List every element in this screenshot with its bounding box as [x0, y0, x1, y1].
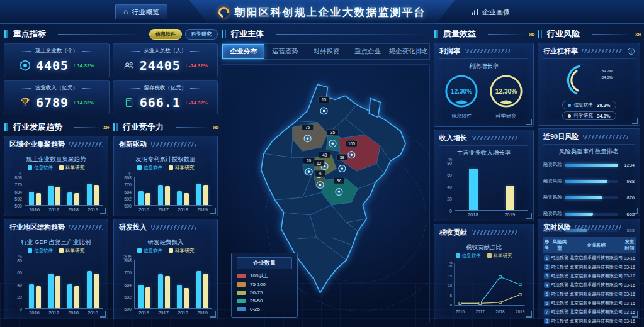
tab-重点企业[interactable]: 重点企业	[347, 44, 388, 59]
table-row[interactable]: 4司法预警北京启航卓越科技有限公司03-16	[543, 280, 636, 289]
kpi-card: 营业收入（亿元） 6789 ↑ 14.32%	[4, 80, 110, 114]
tab-规企变化排名[interactable]: 规企变化排名	[388, 44, 429, 59]
panel-innovation: 创新驱动 发明专利累计授权数量信息软件科学研究个8687766845925002…	[113, 136, 218, 216]
table-row[interactable]: 8司法预警北京启航卓越科技有限公司03-16	[543, 317, 636, 326]
hatch-decoration	[465, 49, 510, 53]
bar	[177, 191, 182, 205]
svg-text:12.30%: 12.30%	[451, 88, 472, 95]
svg-text:9: 9	[319, 172, 322, 176]
hatch-decoration	[582, 49, 623, 53]
panel-rnd-investment: 研发投入 研发经费投入信息软件科学研究万元8687766845925002016…	[113, 219, 218, 319]
chart-legend: 信息软件科学研究	[439, 253, 528, 259]
panel-title: 行业杠杆率	[543, 47, 578, 56]
chart-patent: 发明专利累计授权数量信息软件科学研究个868776684592500201620…	[119, 154, 212, 213]
svg-text:10: 10	[448, 284, 452, 287]
panel-title: 实时风险	[543, 223, 571, 232]
panel-gdp-structure: 行业地区结构趋势 行业 GDP 占第三产业比例信息软件科学研究%80604020…	[4, 219, 108, 319]
section-bars-icon	[4, 123, 9, 131]
y-axis: %806040200	[439, 163, 455, 211]
svg-text:48: 48	[322, 153, 327, 157]
x-axis-labels: 2016201720182019	[25, 309, 103, 316]
panel-risk-90days: 近90日风险 风险类型事件数量排名融资风险1234融资风险988融资风险876融…	[538, 128, 640, 216]
panel-title: 近90日风险	[543, 132, 579, 141]
tab-企业分布[interactable]: 企业分布	[222, 44, 264, 59]
bar	[469, 169, 478, 210]
table-row[interactable]: 7司法预警北京启航卓越科技有限公司03-16	[543, 308, 636, 316]
table-header: 企业名称	[569, 237, 623, 253]
bar	[145, 193, 150, 205]
tab-对外投资[interactable]: 对外投资	[306, 44, 347, 59]
x-axis-labels: 2016201720182019	[134, 206, 212, 213]
line-plot: % 20151050 2016201720182019	[439, 260, 528, 316]
more-chevrons[interactable]: »»	[635, 30, 640, 38]
svg-text:36: 36	[337, 179, 342, 183]
bar	[158, 185, 163, 205]
chart-title: 主营业务收入增长率	[439, 149, 528, 157]
section-title: 重点指标	[13, 28, 46, 40]
info-icon[interactable]: i	[628, 48, 635, 55]
table-row[interactable]: 5司法预警北京启航卓越科技有限公司03-16	[543, 290, 636, 299]
kpi-delta: ↓ -14.32%	[185, 63, 208, 69]
legend-swatch	[237, 299, 246, 303]
chart-title: 行业 GDP 占第三产业比例	[9, 238, 103, 247]
legend-swatch	[237, 274, 246, 278]
svg-text:12.30%: 12.30%	[495, 88, 517, 95]
bar	[138, 191, 144, 205]
table-header: 发生时间	[623, 237, 636, 253]
app-header: ⌂ 行业概览 朝阳区科创规上企业大数据监测平台 企业画像	[0, 0, 644, 24]
section-bars-icon	[538, 30, 543, 38]
bar	[67, 192, 72, 205]
more-chevrons[interactable]: »»	[103, 123, 108, 131]
panel-realtime-risk: 实时风险 序号风险类型企业名称发生时间1司法预警北京启航卓越科技有限公司03-1…	[538, 219, 640, 319]
chart-title: 研发经费投入	[119, 238, 212, 247]
bar	[184, 193, 189, 205]
nav-industry-overview-label: 行业概览	[132, 8, 159, 17]
y-axis: 个868776684592500	[9, 177, 25, 206]
more-chevrons[interactable]: »»	[213, 123, 218, 131]
map-legend-item: 0-25	[237, 306, 292, 312]
svg-text:12: 12	[317, 161, 322, 165]
section-competitiveness: 行业竞争力 – »» 创新驱动 发明专利累计授权数量信息软件科学研究个86877…	[113, 121, 218, 323]
panel-tax-contribution: 税收贡献 税收贡献占比 信息软件科学研究 % 20151050 20162017…	[434, 224, 534, 319]
tab-运营态势[interactable]: 运营态势	[264, 44, 305, 59]
plot-area	[25, 260, 103, 309]
bar	[36, 193, 41, 205]
table-row[interactable]: 1司法预警北京启航卓越科技有限公司03-16	[543, 253, 636, 262]
chart-profit-gauges: 利润增长率 12.30% 信息软件 12.30% 科学研究	[439, 61, 528, 123]
kpi-value: 4405	[36, 58, 69, 73]
nav-industry-overview[interactable]: ⌂ 行业概览	[115, 4, 167, 19]
district-map-area: 15 75 35 105 48 39 20 12 9 36 企业数量	[222, 64, 430, 323]
hbar-row: 融资风险876	[543, 194, 635, 201]
chart-title: 利润增长率	[439, 62, 528, 70]
hbar-row: 融资风险1234	[543, 162, 635, 168]
svg-text:105: 105	[348, 141, 355, 146]
table-row[interactable]: 2司法预警北京启航卓越科技有限公司03-16	[543, 262, 636, 271]
title-bar: 朝阳区科创规上企业大数据监测平台	[189, 0, 455, 24]
hatch-decoration	[151, 142, 196, 147]
nav-enterprise-profile[interactable]: 企业画像	[464, 4, 517, 19]
hatch-decoration	[583, 135, 628, 139]
ring-gauge: 12.30% 科学研究	[488, 73, 524, 119]
section-bars-icon	[222, 30, 227, 38]
table-row[interactable]: 6司法预警北京启航卓越科技有限公司03-16	[543, 299, 636, 308]
filter-badge[interactable]: 科学研究	[185, 29, 218, 40]
map-legend-item: 25-50	[237, 298, 292, 304]
more-chevrons[interactable]: »»	[529, 30, 534, 38]
section-bars-icon	[434, 30, 439, 38]
nav-enterprise-profile-label: 企业画像	[482, 8, 510, 17]
section-title: 行业风险	[547, 28, 580, 40]
bar	[203, 185, 208, 205]
hbar-row: 融资风险988	[543, 178, 635, 184]
bar	[506, 186, 514, 210]
hatch-decoration	[575, 225, 621, 230]
realtime-risk-table: 序号风险类型企业名称发生时间1司法预警北京启航卓越科技有限公司03-162司法预…	[543, 237, 636, 326]
svg-text:34.0%: 34.0%	[602, 75, 613, 79]
chart-risk90: 风险类型事件数量排名融资风险1234融资风险988融资风险876融资风险653融…	[543, 147, 635, 213]
legend-pill: 科学研究34.0%	[562, 111, 616, 120]
panel-title: 创新驱动	[119, 140, 147, 149]
chart-title: 税收贡献占比	[439, 243, 528, 252]
filter-badge[interactable]: 信息软件	[149, 29, 182, 40]
bar	[203, 274, 208, 308]
bar	[94, 274, 99, 308]
table-row[interactable]: 3司法预警北京启航卓越科技有限公司03-16	[543, 272, 636, 280]
